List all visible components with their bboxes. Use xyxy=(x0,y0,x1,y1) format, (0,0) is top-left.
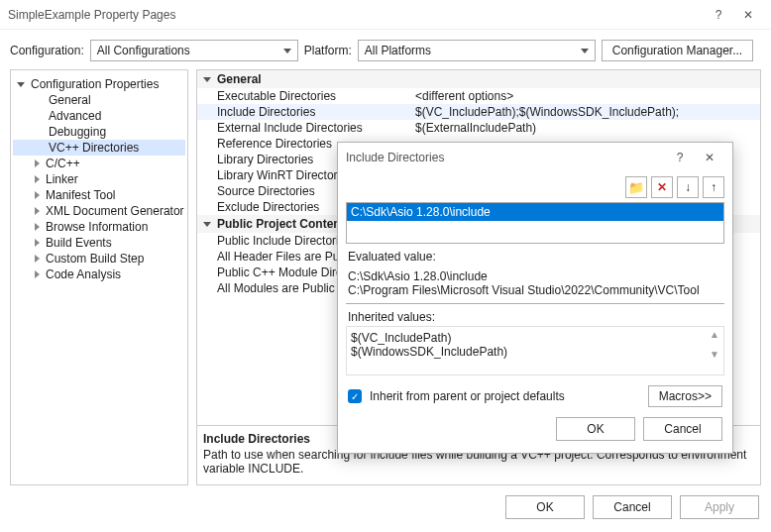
tree-item[interactable]: Linker xyxy=(13,171,185,187)
delete-button[interactable]: ✕ xyxy=(651,176,673,198)
property-value[interactable]: <different options> xyxy=(415,89,754,103)
property-value[interactable]: $(ExternalIncludePath) xyxy=(415,121,754,135)
config-row: Configuration: All Configurations Platfo… xyxy=(0,30,771,69)
dialog-close-button[interactable]: ✕ xyxy=(695,151,724,164)
eval-line: C:\Sdk\Asio 1.28.0\include xyxy=(348,269,722,283)
evaluated-label: Evaluated value: xyxy=(338,244,732,266)
tree-item[interactable]: XML Document Generator xyxy=(13,203,185,219)
chevron-down-icon xyxy=(203,77,211,82)
dialog-title: Include Directories xyxy=(346,151,665,164)
property-name: Executable Directories xyxy=(217,89,415,103)
inherit-line: $(WindowsSDK_IncludePath) xyxy=(351,345,719,359)
chevron-down-icon xyxy=(17,82,25,87)
chevron-right-icon xyxy=(35,160,40,167)
tree-item-label: Advanced xyxy=(49,109,101,123)
tree-item[interactable]: Custom Build Step xyxy=(13,251,185,266)
tree-item[interactable]: Code Analysis xyxy=(13,266,185,282)
tree-item[interactable]: Advanced xyxy=(13,108,185,124)
scroll-up-icon[interactable]: ▲ xyxy=(708,329,721,349)
platform-value: All Platforms xyxy=(365,44,431,57)
delete-icon: ✕ xyxy=(657,180,667,194)
tree-root[interactable]: Configuration Properties xyxy=(13,76,185,92)
inherit-checkbox-label[interactable]: Inherit from parent or project defaults xyxy=(370,389,640,403)
evaluated-value-box: C:\Sdk\Asio 1.28.0\include C:\Program Fi… xyxy=(346,266,724,304)
chevron-right-icon xyxy=(35,270,40,278)
tree-item[interactable]: Build Events xyxy=(13,235,185,251)
platform-dropdown[interactable]: All Platforms xyxy=(358,40,596,61)
apply-button[interactable]: Apply xyxy=(680,495,759,519)
tree-item-label: General xyxy=(49,93,91,107)
move-down-button[interactable]: ↓ xyxy=(677,176,699,198)
arrow-down-icon: ↓ xyxy=(685,180,691,194)
tree-item-label: C/C++ xyxy=(46,157,80,170)
window-title: SimpleExample Property Pages xyxy=(8,8,704,22)
property-row[interactable]: External Include Directories$(ExternalIn… xyxy=(197,120,760,136)
property-group-label: General xyxy=(217,72,262,86)
dialog-ok-button[interactable]: OK xyxy=(556,417,635,441)
tree-item[interactable]: Manifest Tool xyxy=(13,187,185,203)
new-line-button[interactable]: 📁 xyxy=(625,176,647,198)
inherited-values-box: $(VC_IncludePath) $(WindowsSDK_IncludePa… xyxy=(346,326,724,375)
tree-panel[interactable]: Configuration Properties GeneralAdvanced… xyxy=(10,69,188,485)
chevron-down-icon xyxy=(203,222,211,227)
titlebar: SimpleExample Property Pages ? ✕ xyxy=(0,0,771,30)
dialog-help-button[interactable]: ? xyxy=(665,151,695,164)
configuration-value: All Configurations xyxy=(97,44,190,57)
inherit-checkbox[interactable]: ✓ xyxy=(348,389,362,403)
tree-item[interactable]: C/C++ xyxy=(13,156,185,171)
property-row[interactable]: Executable Directories<different options… xyxy=(197,88,760,104)
configuration-dropdown[interactable]: All Configurations xyxy=(90,40,298,61)
chevron-right-icon xyxy=(35,223,40,231)
property-name: External Include Directories xyxy=(217,121,415,135)
close-button[interactable]: ✕ xyxy=(733,8,763,22)
ok-button[interactable]: OK xyxy=(505,495,585,519)
property-group-label: Public Project Content xyxy=(217,217,345,231)
arrow-up-icon: ↑ xyxy=(711,180,716,194)
configuration-manager-button[interactable]: Configuration Manager... xyxy=(602,40,753,61)
configuration-label: Configuration: xyxy=(10,44,84,57)
help-button[interactable]: ? xyxy=(704,8,733,22)
chevron-right-icon xyxy=(35,239,40,247)
tree-item-label: Manifest Tool xyxy=(46,188,115,202)
eval-line: C:\Program Files\Microsoft Visual Studio… xyxy=(348,283,722,297)
property-value[interactable]: $(VC_IncludePath);$(WindowsSDK_IncludePa… xyxy=(415,105,754,119)
chevron-right-icon xyxy=(35,255,40,263)
include-directories-dialog: Include Directories ? ✕ 📁 ✕ ↓ ↑ C:\Sdk\A… xyxy=(337,142,733,454)
property-name: Include Directories xyxy=(217,105,415,119)
chevron-right-icon xyxy=(35,191,40,199)
property-row[interactable]: Include Directories$(VC_IncludePath);$(W… xyxy=(197,104,760,120)
dialog-toolbar: 📁 ✕ ↓ ↑ xyxy=(338,172,732,202)
inherited-label: Inherited values: xyxy=(338,304,732,326)
path-list-item[interactable]: C:\Sdk\Asio 1.28.0\include xyxy=(347,203,723,221)
footer: OK Cancel Apply xyxy=(0,485,771,529)
platform-label: Platform: xyxy=(304,44,352,57)
tree-item-label: Linker xyxy=(46,172,78,186)
inherit-line: $(VC_IncludePath) xyxy=(351,331,719,345)
tree-item-label: Custom Build Step xyxy=(46,252,144,266)
property-group-header[interactable]: General xyxy=(197,70,760,88)
scroll-down-icon[interactable]: ▼ xyxy=(708,349,721,369)
tree-item-label: Build Events xyxy=(46,236,112,250)
chevron-right-icon xyxy=(35,175,40,183)
tree-item[interactable]: Browse Information xyxy=(13,219,185,235)
macros-button[interactable]: Macros>> xyxy=(648,385,722,407)
dialog-titlebar: Include Directories ? ✕ xyxy=(338,143,732,172)
chevron-right-icon xyxy=(35,207,40,215)
tree-item[interactable]: Debugging xyxy=(13,124,185,140)
dialog-cancel-button[interactable]: Cancel xyxy=(643,417,722,441)
tree-item-label: Debugging xyxy=(49,125,106,139)
tree-item[interactable]: General xyxy=(13,92,185,108)
cancel-button[interactable]: Cancel xyxy=(593,495,672,519)
tree-item-label: XML Document Generator xyxy=(46,204,184,218)
tree-item-label: Browse Information xyxy=(46,220,148,234)
tree-item-label: Code Analysis xyxy=(46,267,121,281)
tree-item-label: VC++ Directories xyxy=(49,141,139,155)
tree-item[interactable]: VC++ Directories xyxy=(13,140,185,156)
move-up-button[interactable]: ↑ xyxy=(703,176,724,198)
path-list[interactable]: C:\Sdk\Asio 1.28.0\include xyxy=(346,202,724,244)
